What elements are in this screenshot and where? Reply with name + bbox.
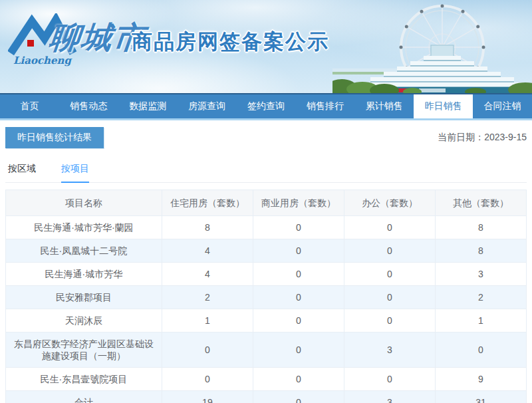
count-cell: 0 [344, 309, 435, 333]
current-date-label: 当前日期： [438, 132, 484, 142]
tab-by-region[interactable]: 按区域 [8, 163, 36, 182]
table-row: 民生·东昌壹號院项目 0 0 0 9 [6, 368, 527, 391]
count-cell: 3 [344, 333, 435, 368]
count-cell: 0 [435, 333, 526, 368]
column-header-other: 其他（套数） [435, 190, 526, 216]
table-row: 民生·凤凰城十二号院 4 0 0 8 [6, 239, 527, 263]
nav-item-sales-ranking[interactable]: 销售排行 [295, 94, 354, 118]
nav-item-data-monitor[interactable]: 数据监测 [118, 94, 178, 118]
count-cell: 1 [162, 309, 253, 333]
count-cell: 0 [253, 239, 344, 263]
column-header-commercial: 商业用房（套数） [253, 190, 344, 216]
nav-divider [0, 118, 532, 120]
count-cell: 0 [253, 333, 344, 368]
section-title-badge: 昨日销售统计结果 [5, 127, 104, 148]
ferris-wheel-photo [332, 0, 532, 93]
project-name-cell: 民生海通·城市芳华·蘭园 [6, 216, 162, 239]
count-cell: 31 [435, 391, 526, 403]
count-cell: 0 [344, 368, 435, 391]
project-name-cell: 天润沐辰 [6, 309, 162, 333]
count-cell: 0 [253, 286, 344, 309]
count-cell: 2 [162, 286, 253, 309]
nav-item-cumulative-sales[interactable]: 累计销售 [354, 94, 414, 118]
nav-item-signing-search[interactable]: 签约查询 [237, 94, 296, 118]
count-cell: 9 [435, 368, 526, 391]
count-cell: 0 [253, 309, 344, 333]
count-cell: 3 [435, 263, 526, 286]
nav-item-contract-cancellation[interactable]: 合同注销 [473, 94, 532, 118]
table-row: 民生海通·城市芳华·蘭园 8 0 0 8 [6, 216, 527, 239]
count-cell: 3 [344, 391, 435, 403]
count-cell: 0 [344, 239, 435, 263]
count-cell: 0 [253, 263, 344, 286]
current-date: 当前日期：2023-9-15 [438, 132, 527, 144]
project-name-cell: 民生·东昌壹號院项目 [6, 368, 162, 391]
count-cell: 8 [435, 239, 526, 263]
project-name-cell: 民安雅郡项目 [6, 286, 162, 309]
current-date-value: 2023-9-15 [484, 132, 527, 142]
count-cell: 19 [162, 391, 253, 403]
count-cell: 4 [162, 263, 253, 286]
count-cell: 4 [162, 239, 253, 263]
nav-item-yesterday-sales[interactable]: 昨日销售 [414, 94, 473, 118]
nav-item-home[interactable]: 首页 [0, 94, 59, 118]
count-cell: 0 [253, 391, 344, 403]
table-row: 民生海通·城市芳华 4 0 0 3 [6, 263, 527, 286]
count-cell: 0 [344, 263, 435, 286]
project-name-cell: 民生·凤凰城十二号院 [6, 239, 162, 263]
count-cell: 0 [344, 286, 435, 309]
count-cell: 0 [162, 368, 253, 391]
count-cell: 8 [435, 216, 526, 239]
table-header-row: 项目名称 住宅用房（套数） 商业用房（套数） 办公（套数） 其他（套数） [6, 190, 527, 216]
count-cell: 0 [253, 216, 344, 239]
column-header-residential: 住宅用房（套数） [162, 190, 253, 216]
main-content: 昨日销售统计结果 当前日期：2023-9-15 按区域 按项目 项目名称 住宅用… [0, 127, 532, 403]
nav-item-sales-activity[interactable]: 销售动态 [59, 94, 118, 118]
nav-item-listing-search[interactable]: 房源查询 [178, 94, 237, 118]
table-total-row: 合计 19 0 3 31 [6, 391, 527, 403]
count-cell: 8 [162, 216, 253, 239]
count-cell: 2 [435, 286, 526, 309]
tab-by-project[interactable]: 按项目 [61, 163, 89, 183]
project-name-cell: 东昌府区数字经济产业园区基础设施建设项目（一期） [6, 333, 162, 368]
table-row: 东昌府区数字经济产业园区基础设施建设项目（一期） 0 0 3 0 [6, 333, 527, 368]
view-tabs: 按区域 按项目 [5, 163, 527, 183]
yesterday-sales-table: 项目名称 住宅用房（套数） 商业用房（套数） 办公（套数） 其他（套数） 民生海… [5, 190, 527, 403]
count-cell: 0 [162, 333, 253, 368]
banner-title: 商品房网签备案公示 [132, 28, 329, 56]
total-label-cell: 合计 [6, 391, 162, 403]
table-row: 民安雅郡项目 2 0 0 2 [6, 286, 527, 309]
count-cell: 1 [435, 309, 526, 333]
project-name-cell: 民生海通·城市芳华 [6, 263, 162, 286]
column-header-project: 项目名称 [6, 190, 162, 216]
site-header: Liaocheng 聊城市 商品房网签备案公示 [0, 0, 532, 93]
count-cell: 0 [253, 368, 344, 391]
table-row: 天润沐辰 1 0 0 1 [6, 309, 527, 333]
main-nav: 首页 销售动态 数据监测 房源查询 签约查询 销售排行 累计销售 昨日销售 合同… [0, 93, 532, 118]
column-header-office: 办公（套数） [344, 190, 435, 216]
count-cell: 0 [344, 216, 435, 239]
